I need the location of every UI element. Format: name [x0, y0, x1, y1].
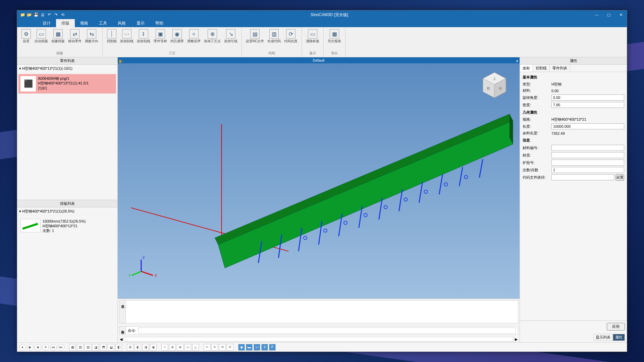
prop-spec-value: H型钢400*400*13*21 [551, 117, 624, 122]
status-tab-prop[interactable]: 属性 [613, 334, 625, 341]
qat-new-icon[interactable]: 📁 [20, 12, 25, 17]
ribbon-添加工艺点-button[interactable]: ⊕添加工艺点 [203, 28, 222, 44]
ribbon-内孔填零-button[interactable]: ◉内孔填零 [169, 28, 185, 44]
status-tab-list[interactable]: 显示列表 [593, 334, 613, 341]
sb-pause-icon[interactable]: ⏸ [42, 344, 49, 351]
prop-heat-input[interactable] [551, 160, 624, 166]
prop-rot-input[interactable] [551, 95, 624, 101]
timeline-prev-icon[interactable]: ◀ [120, 337, 122, 342]
prop-tab-cut[interactable]: 切割线 [533, 65, 550, 72]
timeline-slider[interactable] [124, 337, 514, 342]
part-card[interactable]: ⬛ A006400H钢 png/1 H型钢400*400*13*21(1):41… [18, 74, 116, 94]
qat-print-icon[interactable]: 🖨 [40, 12, 45, 17]
sb-mode5-icon[interactable]: P [269, 344, 276, 351]
parts-tree-root[interactable]: H型钢400*400*13*21(1)(-10/1) [17, 65, 117, 73]
prop-cfile-browse-button[interactable]: 设置 [615, 174, 624, 181]
menu-design[interactable]: 设计 [37, 19, 56, 27]
ribbon-group-title: 显示 [305, 50, 321, 56]
sheet-card[interactable]: 10000mm(7352.5)(26.5%) H型钢400*400*13*21 … [18, 217, 116, 235]
qat-open-icon[interactable]: 📂 [26, 12, 32, 17]
qat-refresh-icon[interactable]: ⟲ [60, 12, 65, 17]
menu-tools[interactable]: 工具 [94, 19, 112, 27]
sb-rec-icon[interactable]: ● [19, 344, 26, 351]
sb-iso-icon[interactable]: ◪ [92, 344, 99, 351]
ribbon-移动零件-button[interactable]: ⇄移动零件 [67, 28, 83, 44]
sb-snap1-icon[interactable]: ⊹ [161, 344, 168, 351]
prop-len-input[interactable] [551, 123, 624, 129]
sb-render-icon[interactable]: ◉ [150, 344, 157, 351]
prop-mat-input[interactable] [551, 152, 624, 158]
ribbon-icon: ▦ [330, 29, 339, 39]
ribbon-调换方向-button[interactable]: ⇆调换方向 [84, 28, 100, 44]
ribbon-清除标签-button[interactable]: ▭清除标签 [305, 28, 321, 44]
cmd-input[interactable] [138, 327, 516, 334]
menu-spec[interactable]: 规格 [75, 19, 94, 27]
sb-side-icon[interactable]: ◧ [115, 344, 122, 351]
ribbon-零件导材-button[interactable]: ▣零件导材 [152, 28, 168, 44]
sb-hidden-icon[interactable]: ◑ [142, 344, 149, 351]
qat-redo-icon[interactable]: ↷ [53, 12, 59, 17]
ribbon-添加划线-button[interactable]: ⫿添加划线 [136, 28, 152, 44]
sheets-tree-root[interactable]: H型钢400*400*13*21(1)(26.5%) [17, 207, 117, 216]
prop-dens-input[interactable] [551, 102, 624, 108]
ribbon-切割线-button[interactable]: ┊切割线 [105, 28, 118, 44]
sb-tool3-icon[interactable]: ⟲ [219, 344, 226, 351]
bottom-tab-info[interactable]: 信息 [119, 301, 126, 323]
sb-front-icon[interactable]: ⬓ [108, 344, 114, 351]
sb-next-icon[interactable]: ⏭ [58, 344, 64, 351]
prop-matno-input[interactable] [551, 145, 624, 151]
apply-button[interactable]: 应用 [607, 323, 625, 330]
sb-view1-icon[interactable]: ▦ [69, 344, 76, 351]
ribbon-自动排版-button[interactable]: ▭自动排版 [33, 28, 49, 44]
ribbon-label: 设置NC文件 [246, 39, 264, 43]
timeline-next-icon[interactable]: ▶ [515, 337, 518, 342]
sb-snap3-icon[interactable]: ⊗ [177, 344, 183, 351]
minimize-button[interactable]: — [591, 10, 603, 19]
sb-mode2-icon[interactable]: ▬ [246, 344, 253, 351]
bottom-tab-cmd[interactable]: 命令行 [119, 326, 126, 335]
sb-play-icon[interactable]: ▶ [27, 344, 34, 351]
qat-save-icon[interactable]: 💾 [33, 12, 39, 17]
ribbon-设置-button[interactable]: ⚙设置 [20, 28, 33, 44]
viewcube[interactable]: 上 前 右 [479, 70, 509, 100]
sb-mode3-icon[interactable]: ▭ [254, 344, 260, 351]
menu-display[interactable]: 显示 [131, 19, 150, 27]
sb-view3-icon[interactable]: ▨ [85, 344, 91, 351]
ribbon-创建排版-button[interactable]: ▦创建排版 [50, 28, 66, 44]
qat-undo-icon[interactable]: ↶ [47, 12, 52, 17]
maximize-button[interactable]: ▢ [603, 10, 615, 19]
prop-cfile-input[interactable] [551, 174, 614, 180]
svg-point-18 [324, 229, 327, 232]
ribbon-设置NC文件-button[interactable]: ▤设置NC文件 [245, 28, 265, 44]
ribbon-生成代码-button[interactable]: ▥生成代码 [266, 28, 282, 44]
menu-layout[interactable]: 排版 [56, 19, 75, 27]
sb-tool2-icon[interactable]: ✎ [211, 344, 218, 351]
ribbon-icon: ▣ [156, 29, 165, 39]
sb-prev-icon[interactable]: ⏮ [50, 344, 57, 351]
sb-shade-icon[interactable]: ◐ [135, 344, 141, 351]
menu-style[interactable]: 风格 [112, 19, 131, 27]
sb-mode4-icon[interactable]: ① [261, 344, 268, 351]
ribbon-代码仿真-button[interactable]: ⟳代码仿真 [283, 28, 299, 44]
sb-view2-icon[interactable]: ▧ [77, 344, 84, 351]
viewport-3d[interactable]: X Y Z 上 前 右 [118, 63, 520, 299]
sb-tool4-icon[interactable]: ⟳ [227, 344, 233, 351]
ribbon-label: 零件导材 [154, 39, 167, 43]
ribbon-导出报表-button[interactable]: ▦导出报表 [326, 28, 342, 44]
prop-cnt-input[interactable] [551, 167, 624, 173]
prop-tab-coord[interactable]: 坐标 [520, 65, 533, 72]
prop-tab-parts[interactable]: 零件列表 [550, 65, 570, 72]
sb-snap2-icon[interactable]: ⊕ [169, 344, 176, 351]
sb-snap5-icon[interactable]: △ [192, 344, 199, 351]
sb-wire-icon[interactable]: ⊞ [127, 344, 133, 351]
sb-mode1-icon[interactable]: ◉ [238, 344, 245, 351]
close-button[interactable]: ✕ [615, 10, 627, 19]
sb-tool1-icon[interactable]: ✂ [204, 344, 210, 351]
ribbon-调整切序-button[interactable]: ⟐调整切序 [186, 28, 202, 44]
sb-top-icon[interactable]: ⬒ [100, 344, 107, 351]
sb-stop-icon[interactable]: ■ [35, 344, 41, 351]
ribbon-添加刻线-button[interactable]: ⋯添加刻线 [119, 28, 135, 44]
sb-snap4-icon[interactable]: ◇ [184, 344, 191, 351]
ribbon-添加引线-button[interactable]: ↘添加引线 [223, 28, 239, 44]
menu-help[interactable]: 帮助 [150, 19, 169, 27]
